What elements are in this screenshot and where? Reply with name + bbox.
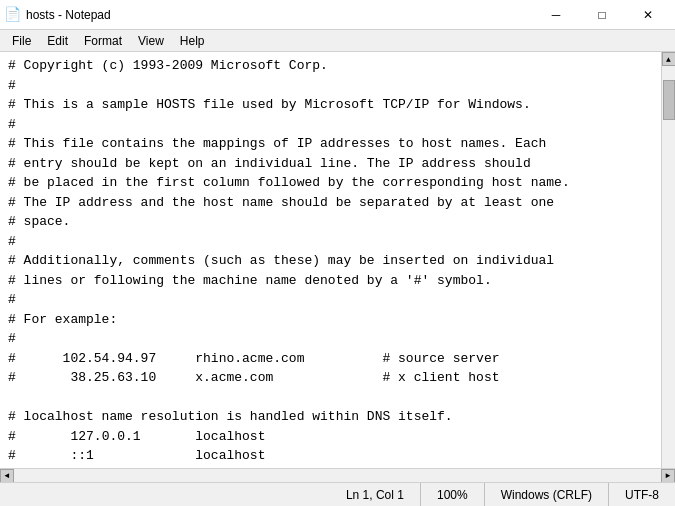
maximize-button[interactable]: □ (579, 0, 625, 30)
status-line-ending: Windows (CRLF) (485, 483, 609, 506)
app-icon: 📄 (4, 7, 20, 23)
status-zoom: 100% (421, 483, 485, 506)
menu-view[interactable]: View (130, 32, 172, 50)
status-bar: Ln 1, Col 1 100% Windows (CRLF) UTF-8 (0, 482, 675, 506)
scroll-thumb[interactable] (663, 80, 675, 120)
scroll-right-arrow[interactable]: ► (661, 469, 675, 483)
menu-help[interactable]: Help (172, 32, 213, 50)
window-title: hosts - Notepad (26, 8, 111, 22)
scroll-up-arrow[interactable]: ▲ (662, 52, 676, 66)
title-bar-left: 📄 hosts - Notepad (4, 7, 111, 23)
h-scroll-track[interactable] (14, 469, 661, 483)
vertical-scrollbar[interactable]: ▲ (661, 52, 675, 468)
close-button[interactable]: ✕ (625, 0, 671, 30)
status-position: Ln 1, Col 1 (330, 483, 421, 506)
title-bar-buttons: ─ □ ✕ (533, 0, 671, 30)
text-editor[interactable] (0, 52, 661, 468)
status-encoding: UTF-8 (609, 483, 675, 506)
menu-format[interactable]: Format (76, 32, 130, 50)
scroll-left-arrow[interactable]: ◄ (0, 469, 14, 483)
minimize-button[interactable]: ─ (533, 0, 579, 30)
horizontal-scrollbar[interactable]: ◄ ► (0, 468, 675, 482)
menu-file[interactable]: File (4, 32, 39, 50)
content-wrapper: ▲ (0, 52, 675, 468)
menu-edit[interactable]: Edit (39, 32, 76, 50)
title-bar: 📄 hosts - Notepad ─ □ ✕ (0, 0, 675, 30)
menu-bar: File Edit Format View Help (0, 30, 675, 52)
